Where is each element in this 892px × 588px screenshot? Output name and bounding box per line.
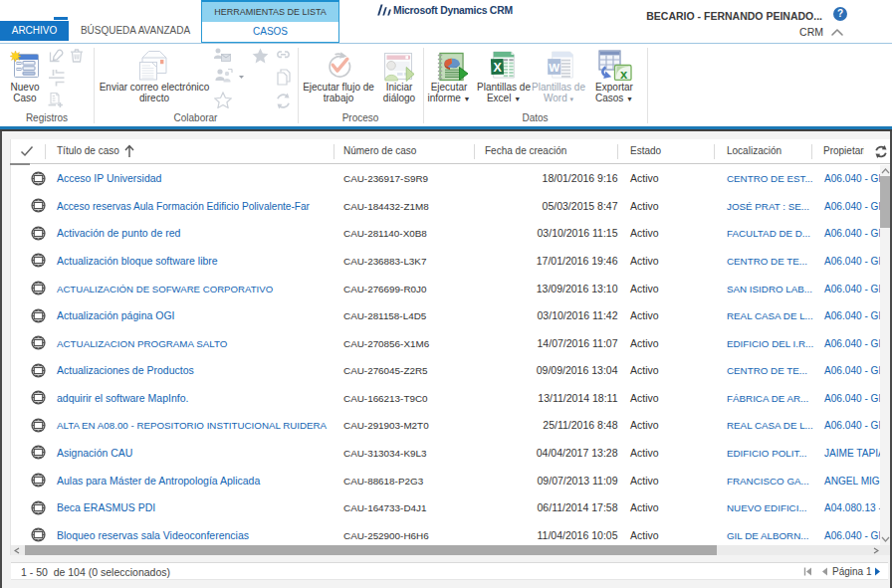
svg-text:W: W — [549, 62, 559, 74]
svg-text:x: x — [620, 67, 628, 82]
svg-text:X: X — [493, 61, 502, 75]
